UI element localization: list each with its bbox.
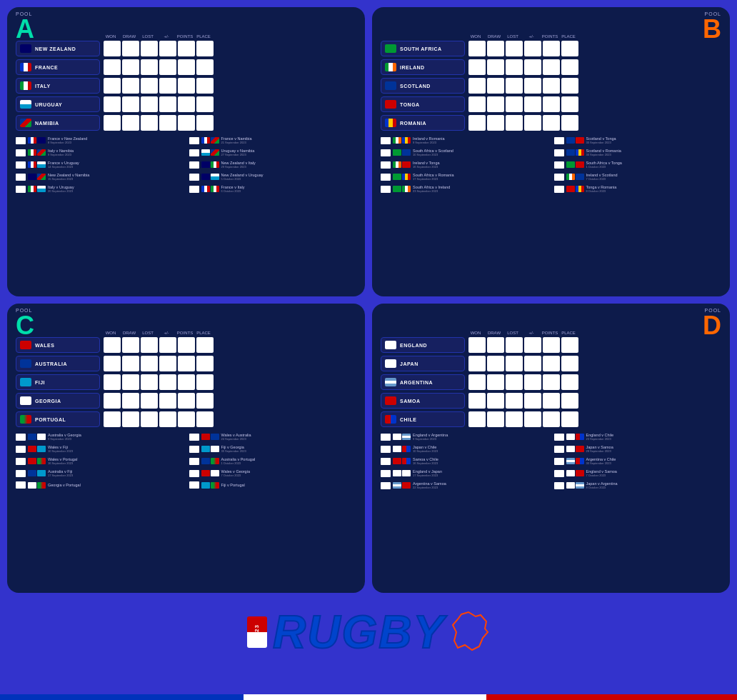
away-flag-icon	[211, 186, 219, 192]
stat-cell-place	[561, 356, 578, 371]
home-flag-icon	[201, 174, 210, 180]
match-flags	[393, 446, 411, 452]
match-flags	[393, 161, 411, 168]
away-flag-icon	[576, 446, 584, 452]
match-flags	[566, 470, 584, 476]
team-name-label: ROMANIA	[400, 121, 426, 126]
match-score-box	[554, 174, 564, 181]
away-flag-icon	[211, 149, 219, 156]
away-flag-icon	[37, 186, 46, 192]
match-flags	[201, 458, 219, 464]
stat-cell-points	[178, 115, 195, 131]
team-row: SOUTH AFRICA	[381, 41, 721, 56]
match-item: Wales v Portugal 16 September 2023	[16, 457, 184, 465]
team-name-label: TONGA	[400, 102, 420, 107]
match-date: 30 September 2023	[586, 141, 722, 144]
stat-cell-draw	[487, 96, 504, 112]
match-flags	[28, 470, 46, 476]
team-name-label: SOUTH AFRICA	[400, 46, 442, 51]
match-date: 9 September 2023	[48, 437, 184, 441]
stat-cell-points	[543, 78, 560, 94]
match-info: Japan v Argentina 8 October 2023	[586, 481, 722, 489]
stat-cell-diff	[159, 374, 176, 390]
match-date: 9 September 2023	[413, 437, 548, 441]
match-item: England v Japan 17 September 2023	[381, 469, 548, 477]
match-item: Samoa v Chile 16 September 2023	[381, 457, 548, 465]
match-score-box	[16, 149, 26, 156]
team-flag-icon	[385, 119, 396, 127]
match-score-box	[381, 434, 391, 441]
match-date: 7 October 2023	[586, 177, 722, 181]
match-date: 27 September 2023	[221, 153, 357, 156]
pool-card-A: POOL A WONDRAWLOST+/-POINTSPLACE NEW ZEA…	[7, 7, 365, 296]
stat-cells	[102, 115, 214, 131]
stat-cell-draw	[122, 374, 139, 390]
stat-cell-place	[561, 374, 578, 390]
match-item: South Africa v Scotland 10 September 202…	[381, 149, 548, 156]
stat-cell-place	[561, 393, 578, 409]
stat-cells	[467, 411, 578, 427]
col-header: LOST	[139, 34, 157, 39]
stat-cell-draw	[487, 374, 504, 390]
stat-cell-place	[561, 115, 578, 131]
team-name-label: NEW ZEALAND	[35, 46, 76, 51]
pool-content-C: WONDRAWLOST+/-POINTSPLACE WALES	[16, 331, 356, 490]
stat-cell-diff	[524, 374, 541, 390]
match-date: 16 September 2023	[413, 461, 548, 465]
stat-cell-diff	[159, 393, 176, 409]
team-name-label: URUGUAY	[35, 102, 62, 107]
match-flags	[28, 161, 46, 168]
team-flag-icon	[385, 415, 396, 424]
home-flag-icon	[566, 434, 575, 440]
stat-cells	[467, 337, 578, 353]
match-flags	[201, 174, 219, 180]
stat-cell-diff	[524, 59, 541, 75]
team-flag-icon	[20, 378, 31, 386]
col-header: LOST	[503, 34, 522, 39]
team-name-label: SCOTLAND	[400, 84, 431, 89]
match-text: Georgia v Portugal	[48, 483, 184, 487]
match-text: Fiji v Portugal	[221, 483, 357, 487]
team-name-box: IRELAND	[381, 59, 465, 75]
home-flag-icon	[566, 482, 575, 489]
match-date: 24 September 2023	[221, 437, 357, 441]
match-flags	[566, 161, 584, 168]
match-item: South Africa v Romania 17 September 2023	[381, 173, 548, 181]
away-flag-icon	[576, 458, 584, 464]
match-flags	[393, 482, 411, 489]
home-flag-icon	[201, 470, 210, 476]
home-flag-icon	[566, 446, 575, 452]
home-flag-icon	[566, 470, 575, 476]
match-item: Fiji v Georgia 30 September 2023	[189, 445, 357, 453]
match-flags	[393, 434, 411, 440]
stat-cells	[102, 78, 214, 94]
team-name-box: ENGLAND	[381, 337, 465, 353]
match-flags	[201, 137, 219, 144]
stat-cell-place	[196, 374, 214, 390]
stat-cells	[102, 41, 214, 56]
match-flags	[28, 186, 46, 192]
stat-cell-lost	[141, 411, 158, 427]
stat-cell-draw	[487, 356, 504, 371]
team-row: NAMIBIA	[16, 115, 356, 131]
year-text: 2023	[254, 624, 260, 640]
match-date: 8 October 2023	[586, 486, 722, 489]
away-flag-icon	[402, 174, 411, 180]
match-info: Samoa v Chile 16 September 2023	[413, 457, 548, 465]
team-row: SCOTLAND	[381, 78, 721, 94]
match-flags	[28, 446, 46, 452]
match-item: Australia v Portugal 1 October 2023	[189, 457, 357, 465]
match-date: 17 September 2023	[413, 177, 548, 181]
stat-cell-won	[104, 96, 121, 112]
col-header: +/-	[522, 331, 541, 335]
match-date: 8 October 2023	[586, 189, 722, 193]
match-flags	[393, 470, 411, 476]
col-header: WON	[101, 331, 120, 335]
away-flag-icon	[37, 458, 46, 464]
col-header: WON	[466, 331, 485, 335]
pool-card-B: POOL B WONDRAWLOST+/-POINTSPLACE SOUTH A…	[372, 7, 730, 296]
france-map-icon	[451, 611, 490, 654]
stat-cell-won	[104, 78, 121, 94]
stat-cell-diff	[159, 356, 176, 371]
home-flag-icon	[28, 470, 36, 476]
